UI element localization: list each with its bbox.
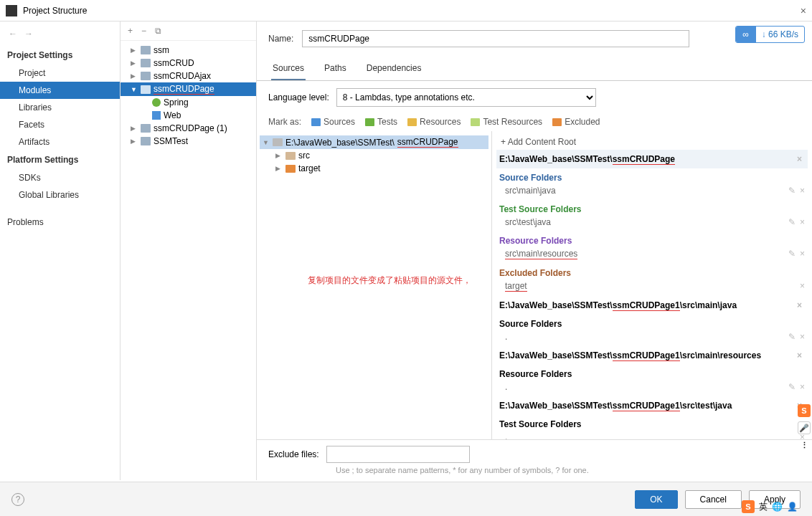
section-platform-settings: Platform Settings bbox=[0, 150, 120, 169]
folder-target[interactable]: ▶target bbox=[260, 162, 488, 175]
remove-root-icon[interactable]: × bbox=[794, 154, 805, 164]
mic-icon[interactable]: 🎤 bbox=[798, 421, 811, 434]
nav-global-libraries[interactable]: Global Libraries bbox=[0, 186, 120, 204]
folder-src[interactable]: ▶src bbox=[260, 149, 488, 162]
module-ssmCRUDAjax[interactable]: ▶ssmCRUDAjax bbox=[121, 70, 256, 82]
content-root-header[interactable]: E:\JavaWeb_base\SSMTest\ssmCRUDPage× bbox=[496, 150, 808, 168]
folder-path[interactable]: src\test\java✎× bbox=[496, 216, 808, 231]
folder-path[interactable]: src\main\java✎× bbox=[496, 184, 808, 200]
ime-lang-icon[interactable]: 英 bbox=[759, 501, 768, 513]
nav-modules[interactable]: Modules bbox=[0, 82, 120, 99]
module-icon bbox=[141, 85, 151, 94]
tree-copy-icon[interactable]: ⧉ bbox=[155, 26, 161, 36]
module-icon bbox=[152, 111, 161, 120]
cancel-button[interactable]: Cancel bbox=[685, 490, 742, 509]
folder-section-header: Resource Folders bbox=[496, 365, 808, 381]
folder-path[interactable]: .✎× bbox=[496, 381, 808, 396]
edit-icon[interactable]: ✎ bbox=[788, 186, 796, 196]
add-content-root[interactable]: + Add Content Root bbox=[496, 134, 808, 150]
folder-section-header: Test Source Folders bbox=[496, 415, 808, 431]
module-ssmCRUDPage[interactable]: ▼ssmCRUDPage bbox=[121, 82, 256, 96]
remove-icon[interactable]: × bbox=[800, 217, 805, 227]
remove-root-icon[interactable]: × bbox=[794, 300, 805, 310]
help-icon[interactable]: ? bbox=[11, 493, 24, 506]
speed-badge: ∞ ↓ 66 KB/s bbox=[735, 26, 805, 43]
edit-icon[interactable]: ✎ bbox=[788, 249, 796, 259]
app-icon bbox=[6, 5, 17, 16]
edit-icon[interactable]: ✎ bbox=[788, 217, 796, 227]
nav-facets[interactable]: Facets bbox=[0, 116, 120, 133]
content-pane: ∞ ↓ 66 KB/s Name: Sources Paths Dependen… bbox=[257, 22, 812, 480]
source-folder-tree: ▼ E:\JavaWeb_base\SSMTest\ssmCRUDPage ▶s… bbox=[257, 131, 492, 439]
edit-icon[interactable]: ✎ bbox=[788, 382, 796, 392]
section-project-settings: Project Settings bbox=[0, 46, 120, 64]
nav-libraries[interactable]: Libraries bbox=[0, 99, 120, 116]
module-Web[interactable]: Web bbox=[121, 109, 256, 122]
nav-back-icon[interactable]: ← bbox=[9, 29, 17, 39]
dialog-footer: ? OK Cancel Apply bbox=[0, 482, 812, 516]
nav-forward-icon[interactable]: → bbox=[24, 29, 33, 39]
module-ssmCRUD[interactable]: ▶ssmCRUD bbox=[121, 57, 256, 70]
edit-icon[interactable]: ✎ bbox=[788, 332, 796, 342]
tab-paths[interactable]: Paths bbox=[323, 59, 348, 80]
folder-icon bbox=[273, 138, 283, 146]
close-icon[interactable]: × bbox=[801, 5, 806, 16]
module-icon bbox=[141, 46, 151, 54]
folder-section-header: Resource Folders bbox=[496, 231, 808, 247]
module-icon bbox=[141, 72, 151, 80]
nav-sdks[interactable]: SDKs bbox=[0, 169, 120, 186]
name-label: Name: bbox=[268, 34, 293, 44]
markas-excluded[interactable]: Excluded bbox=[552, 117, 600, 127]
tray-globe-icon[interactable]: 🌐 bbox=[772, 502, 783, 512]
exclude-files-label: Exclude files: bbox=[268, 449, 319, 459]
tree-remove-icon[interactable]: − bbox=[141, 26, 146, 36]
name-input[interactable] bbox=[302, 30, 689, 47]
tab-sources[interactable]: Sources bbox=[271, 59, 306, 80]
taskbar-tray: S 英 🌐 👤 bbox=[742, 500, 798, 513]
ime-s-icon[interactable]: S bbox=[798, 404, 811, 417]
exclude-files-input[interactable] bbox=[326, 446, 470, 463]
folder-path[interactable]: .✎× bbox=[496, 330, 808, 346]
module-icon bbox=[141, 137, 151, 145]
speed-icon: ∞ bbox=[736, 27, 756, 42]
folder-icon bbox=[285, 152, 296, 160]
ok-button[interactable]: OK bbox=[635, 490, 677, 509]
module-icon bbox=[152, 98, 161, 107]
module-ssmCRUDPage-1-[interactable]: ▶ssmCRUDPage (1) bbox=[121, 122, 256, 135]
menu-icon[interactable]: ⋮ bbox=[798, 439, 811, 452]
content-root-header[interactable]: E:\JavaWeb_base\SSMTest\ssmCRUDPage1\src… bbox=[496, 396, 808, 415]
remove-icon[interactable]: × bbox=[800, 249, 805, 259]
remove-root-icon[interactable]: × bbox=[794, 350, 805, 360]
language-level-select[interactable]: 8 - Lambdas, type annotations etc. bbox=[336, 88, 596, 107]
markas-resources[interactable]: Resources bbox=[407, 117, 461, 127]
content-root-row[interactable]: ▼ E:\JavaWeb_base\SSMTest\ssmCRUDPage bbox=[260, 135, 488, 149]
module-icon bbox=[141, 59, 151, 67]
ime-tray: S 🎤 ⋮ bbox=[798, 404, 811, 452]
remove-icon[interactable]: × bbox=[800, 382, 805, 392]
nav-project[interactable]: Project bbox=[0, 64, 120, 82]
module-SSMTest[interactable]: ▶SSMTest bbox=[121, 135, 256, 148]
content-root-header[interactable]: E:\JavaWeb_base\SSMTest\ssmCRUDPage1\src… bbox=[496, 346, 808, 365]
nav-artifacts[interactable]: Artifacts bbox=[0, 133, 120, 150]
markas-tests[interactable]: Tests bbox=[365, 117, 397, 127]
markas-test-resources[interactable]: Test Resources bbox=[471, 117, 542, 127]
module-ssm[interactable]: ▶ssm bbox=[121, 44, 256, 57]
language-level-label: Language level: bbox=[268, 92, 329, 102]
folder-path[interactable]: src\main\resources✎× bbox=[496, 247, 808, 264]
markas-sources[interactable]: Sources bbox=[311, 117, 355, 127]
tab-dependencies[interactable]: Dependencies bbox=[365, 59, 423, 80]
remove-icon[interactable]: × bbox=[800, 281, 805, 292]
remove-icon[interactable]: × bbox=[800, 186, 805, 196]
module-Spring[interactable]: Spring bbox=[121, 96, 256, 109]
remove-icon[interactable]: × bbox=[800, 332, 805, 342]
folder-section-header: Test Source Folders bbox=[496, 200, 808, 216]
folder-path[interactable]: .× bbox=[496, 431, 808, 439]
folder-path[interactable]: target× bbox=[496, 280, 808, 296]
content-root-header[interactable]: E:\JavaWeb_base\SSMTest\ssmCRUDPage1\src… bbox=[496, 296, 808, 315]
tree-add-icon[interactable]: + bbox=[128, 26, 133, 36]
tray-person-icon[interactable]: 👤 bbox=[787, 502, 798, 512]
module-icon bbox=[141, 124, 151, 133]
ime-s-icon[interactable]: S bbox=[742, 500, 755, 513]
nav-problems[interactable]: Problems bbox=[0, 214, 120, 231]
markas-label: Mark as: bbox=[268, 117, 301, 127]
